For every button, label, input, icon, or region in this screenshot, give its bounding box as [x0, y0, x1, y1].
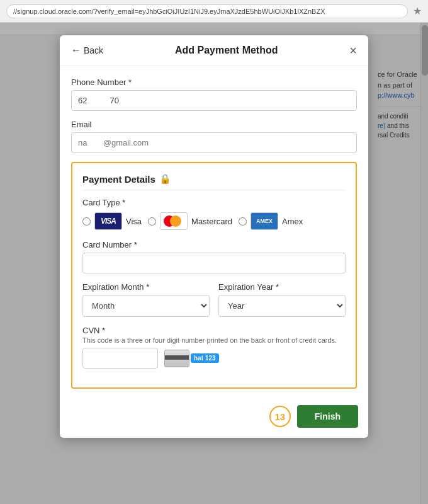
- visa-radio[interactable]: [82, 217, 91, 226]
- mastercard-option[interactable]: Mastercard: [148, 212, 232, 230]
- email-label: Email: [71, 120, 357, 129]
- dialog-footer: 13 Finish: [60, 400, 368, 438]
- visa-option[interactable]: VISA Visa: [82, 212, 142, 230]
- dialog: ← Back Add Payment Method × Phone Number…: [60, 35, 368, 438]
- mastercard-circles: [164, 215, 184, 227]
- phone-label: Phone Number *: [71, 77, 357, 87]
- phone-group: Phone Number *: [71, 77, 357, 111]
- cvn-card-visual: [164, 350, 189, 367]
- cvn-hint: This code is a three or four digit numbe…: [82, 336, 346, 344]
- dialog-header: ← Back Add Payment Method ×: [60, 35, 368, 66]
- payment-details-box: Payment Details 🔒 Card Type * VISA Visa: [71, 162, 357, 389]
- modal-overlay: ← Back Add Payment Method × Phone Number…: [0, 23, 428, 504]
- expiry-row: Expiration Month * Month 01 02 03 04 05 …: [82, 282, 346, 317]
- amex-option[interactable]: AMEX Amex: [239, 212, 303, 230]
- visa-logo: VISA: [94, 212, 122, 230]
- expiry-year-label: Expiration Year *: [218, 282, 346, 292]
- url-text: //signup.cloud.oracle.com/?verify_email=…: [6, 4, 408, 18]
- visa-label: Visa: [126, 217, 142, 226]
- browser-bar: //signup.cloud.oracle.com/?verify_email=…: [0, 0, 428, 23]
- back-button[interactable]: ← Back: [71, 45, 103, 56]
- email-input[interactable]: [71, 132, 357, 153]
- card-number-label: Card Number *: [82, 240, 346, 249]
- phone-input[interactable]: [71, 90, 357, 111]
- step-badge: 13: [269, 406, 291, 427]
- payment-title: Payment Details: [82, 174, 155, 185]
- cvn-icon: hat 123: [164, 350, 219, 367]
- card-number-input[interactable]: [82, 253, 346, 273]
- payment-box-header: Payment Details 🔒: [82, 173, 346, 190]
- expiry-year-col: Expiration Year * Year 2024 2025 2026 20…: [218, 282, 346, 317]
- close-button[interactable]: ×: [349, 44, 357, 57]
- card-type-label: Card Type *: [82, 198, 346, 207]
- email-group: Email: [71, 120, 357, 153]
- star-icon[interactable]: ★: [413, 5, 422, 17]
- expiry-month-select[interactable]: Month 01 02 03 04 05 06 07 08 09 10 11: [82, 295, 210, 317]
- cvn-label: CVN *: [82, 326, 346, 335]
- back-arrow-icon: ←: [71, 45, 81, 56]
- card-type-group: Card Type * VISA Visa: [82, 198, 346, 230]
- mastercard-logo: [160, 212, 188, 230]
- dialog-body: Phone Number * Email Payment Details 🔒 C…: [60, 66, 368, 400]
- mc-orange-circle: [170, 215, 181, 227]
- cvn-input-row: hat 123: [82, 348, 346, 369]
- amex-radio[interactable]: [239, 217, 247, 226]
- back-label: Back: [84, 45, 103, 55]
- card-number-group: Card Number *: [82, 240, 346, 273]
- amex-label: Amex: [282, 217, 303, 226]
- cvn-number-visual: hat 123: [191, 353, 219, 363]
- mastercard-radio[interactable]: [148, 217, 156, 226]
- expiry-month-col: Expiration Month * Month 01 02 03 04 05 …: [82, 282, 210, 317]
- finish-button[interactable]: Finish: [297, 405, 358, 428]
- lock-icon: 🔒: [159, 173, 171, 185]
- dialog-title: Add Payment Method: [103, 45, 349, 56]
- expiry-month-label: Expiration Month *: [82, 282, 210, 292]
- cvn-input[interactable]: [82, 348, 158, 369]
- mastercard-label: Mastercard: [191, 217, 232, 226]
- card-options: VISA Visa Maste: [82, 212, 346, 230]
- expiry-year-select[interactable]: Year 2024 2025 2026 2027 2028 2029 2030: [218, 295, 346, 317]
- amex-logo: AMEX: [251, 212, 278, 230]
- cvn-group: CVN * This code is a three or four digit…: [82, 326, 346, 369]
